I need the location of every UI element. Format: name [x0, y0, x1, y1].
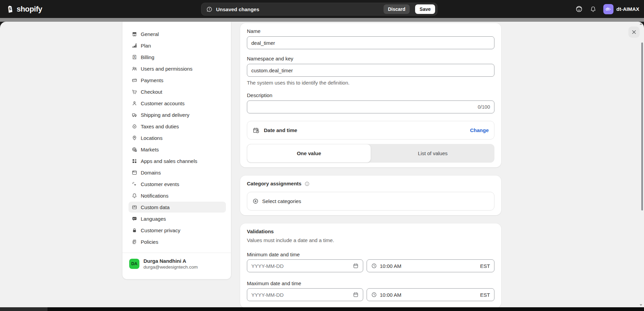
- topbar-right-cluster: dt- dt-AIMAX: [575, 0, 640, 18]
- receipt-icon: [132, 54, 137, 60]
- metafield-definition-form: Name Namespace and key The system uses t…: [240, 23, 501, 307]
- category-assignments-card: Category assignments Select categories: [240, 176, 501, 215]
- store-menu[interactable]: dt- dt-AIMAX: [603, 4, 640, 14]
- sidebar-item-users-permissions[interactable]: Users and permissions: [129, 63, 226, 74]
- name-field: [247, 36, 494, 49]
- browser-window-icon: [132, 170, 137, 176]
- category-assignments-title: Category assignments: [247, 180, 301, 187]
- name-input[interactable]: [251, 40, 490, 46]
- minimum-time-value: 10:00 AM: [380, 263, 477, 269]
- list-of-values-segment[interactable]: List of values: [371, 144, 494, 163]
- sidebar-item-billing[interactable]: Billing: [129, 52, 226, 62]
- sidebar-item-policies[interactable]: Policies: [129, 236, 226, 247]
- minimum-timezone-label: EST: [480, 263, 490, 269]
- user-menu[interactable]: DA Durga Nandhini A durga@wedesigntech.c…: [129, 253, 226, 270]
- description-input[interactable]: [251, 104, 475, 110]
- sidebar-item-shipping-delivery[interactable]: Shipping and delivery: [129, 109, 226, 120]
- bottom-edge-bar: [0, 307, 644, 311]
- assistant-icon[interactable]: [575, 5, 583, 13]
- sidebar-item-label: Payments: [141, 77, 163, 83]
- namespace-help-text: The system uses this to identify the def…: [247, 79, 494, 86]
- cart-icon: [132, 89, 137, 95]
- sidebar-item-label: Domains: [141, 170, 161, 176]
- content-type-box: Date and time Change: [247, 121, 494, 140]
- unsaved-changes-label: Unsaved changes: [216, 6, 380, 12]
- sidebar-item-payments[interactable]: Payments: [129, 75, 226, 86]
- definition-card: Name Namespace and key The system uses t…: [240, 23, 501, 167]
- bell-icon: [132, 193, 137, 199]
- sidebar-item-label: General: [141, 31, 159, 37]
- one-value-segment[interactable]: One value: [247, 144, 371, 163]
- maximum-date-input[interactable]: [251, 292, 350, 298]
- content-type-label: Date and time: [264, 127, 466, 133]
- user-name: Durga Nandhini A: [143, 258, 198, 264]
- sidebar-item-label: Plan: [141, 43, 151, 49]
- sidebar-item-languages[interactable]: Languages: [129, 213, 226, 224]
- info-icon[interactable]: [304, 181, 310, 187]
- sidebar-item-notifications[interactable]: Notifications: [129, 190, 226, 201]
- scrollbar-up-arrow[interactable]: [640, 23, 642, 25]
- name-label: Name: [247, 28, 494, 34]
- lock-icon: [132, 227, 137, 233]
- sidebar-item-checkout[interactable]: Checkout: [129, 86, 226, 97]
- cursor-click-icon: [132, 181, 137, 187]
- clock-icon: [371, 292, 377, 298]
- minimum-datetime-row: 10:00 AM EST: [247, 259, 494, 272]
- save-button[interactable]: Save: [415, 4, 435, 14]
- minimum-date-field: [247, 259, 363, 272]
- sidebar-item-label: Locations: [141, 135, 162, 141]
- language-bubble-icon: [132, 216, 137, 222]
- notifications-bell-icon[interactable]: [590, 6, 597, 13]
- sidebar-item-customer-privacy[interactable]: Customer privacy: [129, 225, 226, 236]
- shopify-logo[interactable]: shopify: [5, 0, 42, 18]
- close-settings-button[interactable]: [628, 26, 640, 38]
- minimum-date-input[interactable]: [251, 263, 350, 269]
- sidebar-item-label: Apps and sales channels: [141, 158, 197, 164]
- validations-card: Validations Values must include a date a…: [240, 223, 501, 307]
- namespace-input[interactable]: [251, 68, 490, 73]
- validations-title: Validations: [247, 228, 494, 235]
- settings-sidebar: General Plan Billing Users and permissio…: [122, 22, 231, 279]
- description-label: Description: [247, 92, 494, 98]
- document-icon: [132, 239, 137, 245]
- sidebar-item-custom-data[interactable]: Custom data: [129, 202, 226, 213]
- cardinality-segmented-control: One value List of values: [247, 144, 494, 163]
- sidebar-item-label: Customer accounts: [141, 100, 184, 106]
- select-categories-button[interactable]: Select categories: [247, 192, 494, 211]
- sidebar-item-apps-sales-channels[interactable]: Apps and sales channels: [129, 156, 226, 166]
- sidebar-item-domains[interactable]: Domains: [129, 167, 226, 178]
- maximum-time-value: 10:00 AM: [380, 292, 477, 298]
- sidebar-item-label: Languages: [141, 216, 166, 222]
- close-icon: [631, 30, 637, 35]
- maximum-date-field: [247, 288, 363, 301]
- sidebar-item-general[interactable]: General: [129, 29, 226, 39]
- namespace-field: [247, 64, 494, 77]
- settings-modal: General Plan Billing Users and permissio…: [0, 22, 644, 307]
- change-type-link[interactable]: Change: [470, 127, 489, 133]
- namespace-label: Namespace and key: [247, 55, 494, 62]
- scrollbar-thumb[interactable]: [641, 42, 643, 211]
- minimum-time-field[interactable]: 10:00 AM EST: [367, 259, 494, 272]
- discard-button[interactable]: Discard: [384, 4, 410, 14]
- plan-chart-icon: [132, 43, 137, 49]
- payment-card-icon: [132, 77, 137, 83]
- map-pin-icon: [132, 135, 137, 141]
- calendar-clock-icon: [253, 127, 259, 134]
- sidebar-item-plan[interactable]: Plan: [129, 40, 226, 51]
- sidebar-item-label: Markets: [141, 147, 159, 152]
- sidebar-item-customer-accounts[interactable]: Customer accounts: [129, 98, 226, 109]
- apps-grid-icon: [132, 158, 137, 164]
- user-email: durga@wedesigntech.com: [143, 264, 198, 270]
- sidebar-item-markets[interactable]: Markets: [129, 144, 226, 155]
- sidebar-item-label: Custom data: [141, 204, 170, 210]
- sidebar-item-label: Customer events: [141, 181, 179, 187]
- validations-subtitle: Values must include a date and a time.: [247, 237, 494, 243]
- page-root: shopify Unsaved changes Discard Save dt-…: [0, 0, 644, 311]
- sidebar-item-locations[interactable]: Locations: [129, 132, 226, 143]
- sidebar-item-taxes-duties[interactable]: Taxes and duties: [129, 121, 226, 132]
- maximum-time-field[interactable]: 10:00 AM EST: [367, 288, 494, 301]
- description-field: 0/100: [247, 100, 494, 113]
- scrollbar-down-arrow[interactable]: [640, 304, 642, 306]
- sidebar-item-customer-events[interactable]: Customer events: [129, 179, 226, 189]
- bottom-edge-segment: [0, 307, 47, 311]
